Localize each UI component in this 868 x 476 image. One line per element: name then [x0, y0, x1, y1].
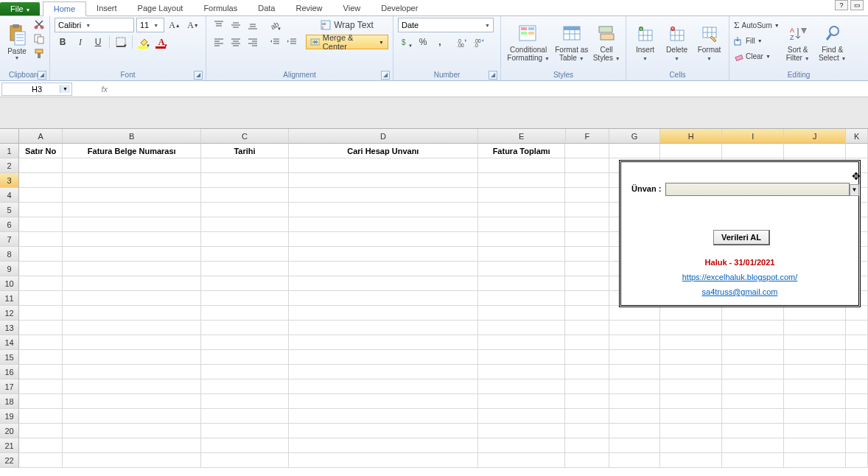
cell-G18[interactable]: [609, 394, 660, 409]
row-header-21[interactable]: 21: [0, 438, 19, 453]
cell-F22[interactable]: [565, 453, 609, 468]
cell-D20[interactable]: [289, 424, 478, 438]
cell-F4[interactable]: [565, 188, 609, 203]
cell-F19[interactable]: [565, 409, 609, 424]
cell-I21[interactable]: [722, 438, 784, 453]
cell-E19[interactable]: [478, 409, 566, 424]
bold-button[interactable]: B: [55, 35, 71, 49]
cell-C14[interactable]: [201, 335, 289, 350]
cell-F20[interactable]: [565, 424, 609, 438]
cell-A14[interactable]: [19, 335, 63, 350]
cell-F2[interactable]: [565, 158, 609, 173]
row-header-6[interactable]: 6: [0, 217, 19, 232]
cell-C10[interactable]: [201, 276, 289, 291]
cell-E10[interactable]: [478, 276, 566, 291]
cell-B10[interactable]: [63, 276, 201, 291]
column-header-F[interactable]: F: [566, 129, 609, 144]
cell-H1[interactable]: [660, 144, 722, 158]
italic-button[interactable]: I: [72, 35, 88, 49]
tab-developer[interactable]: Developer: [371, 1, 428, 15]
conditional-formatting-button[interactable]: Conditional Formatting ▼: [505, 18, 551, 66]
cell-B4[interactable]: [63, 188, 201, 203]
cell-G22[interactable]: [609, 453, 660, 468]
cell-J15[interactable]: [784, 350, 846, 365]
row-header-14[interactable]: 14: [0, 335, 19, 350]
cell-C19[interactable]: [201, 409, 289, 424]
cell-C15[interactable]: [201, 350, 289, 365]
cell-A15[interactable]: [19, 350, 63, 365]
cell-A10[interactable]: [19, 276, 63, 291]
cell-C3[interactable]: [201, 173, 289, 188]
chevron-down-icon[interactable]: ▼: [60, 85, 70, 93]
cell-F10[interactable]: [565, 276, 609, 291]
column-header-H[interactable]: H: [660, 129, 722, 144]
cell-G1[interactable]: [609, 144, 660, 158]
tab-review[interactable]: Review: [285, 1, 332, 15]
cell-G19[interactable]: [609, 409, 660, 424]
font-color-button[interactable]: A▼: [153, 35, 169, 49]
cell-B5[interactable]: [63, 203, 201, 217]
cell-K21[interactable]: [846, 438, 868, 453]
tab-file[interactable]: File▾: [0, 2, 40, 15]
cell-A16[interactable]: [19, 365, 63, 379]
cell-A7[interactable]: [19, 232, 63, 247]
cell-E21[interactable]: [478, 438, 566, 453]
cell-I22[interactable]: [722, 453, 784, 468]
cell-D13[interactable]: [289, 321, 478, 335]
row-header-11[interactable]: 11: [0, 291, 19, 306]
cell-J19[interactable]: [784, 409, 846, 424]
cell-F14[interactable]: [565, 335, 609, 350]
cell-E12[interactable]: [478, 306, 566, 321]
email-link[interactable]: sa4truss@gmail.com: [621, 287, 858, 296]
cell-B12[interactable]: [63, 306, 201, 321]
autosum-button[interactable]: ΣAutoSum▼: [734, 18, 780, 32]
cell-D1[interactable]: Cari Hesap Unvanı: [289, 144, 478, 158]
cell-F21[interactable]: [565, 438, 609, 453]
cell-D14[interactable]: [289, 335, 478, 350]
row-header-3[interactable]: 3: [0, 173, 19, 188]
cell-C12[interactable]: [201, 306, 289, 321]
cell-H21[interactable]: [660, 438, 722, 453]
increase-indent-button[interactable]: [284, 35, 300, 49]
cell-C13[interactable]: [201, 321, 289, 335]
cell-A11[interactable]: [19, 291, 63, 306]
cell-E7[interactable]: [478, 232, 566, 247]
cell-G15[interactable]: [609, 350, 660, 365]
cell-C2[interactable]: [201, 158, 289, 173]
tab-data[interactable]: Data: [248, 1, 285, 15]
cell-B7[interactable]: [63, 232, 201, 247]
cell-C18[interactable]: [201, 394, 289, 409]
cell-G21[interactable]: [609, 438, 660, 453]
cell-B14[interactable]: [63, 335, 201, 350]
cell-D2[interactable]: [289, 158, 478, 173]
cell-A5[interactable]: [19, 203, 63, 217]
cell-K19[interactable]: [846, 409, 868, 424]
cell-C5[interactable]: [201, 203, 289, 217]
cell-D10[interactable]: [289, 276, 478, 291]
cell-K12[interactable]: [846, 306, 868, 321]
cell-H22[interactable]: [660, 453, 722, 468]
cell-D11[interactable]: [289, 291, 478, 306]
cell-E9[interactable]: [478, 262, 566, 276]
cell-B2[interactable]: [63, 158, 201, 173]
dialog-launcher-icon[interactable]: ◢: [381, 71, 390, 80]
decrease-indent-button[interactable]: [267, 35, 283, 49]
cell-E5[interactable]: [478, 203, 566, 217]
column-header-K[interactable]: K: [846, 129, 868, 144]
cell-F9[interactable]: [565, 262, 609, 276]
cell-H19[interactable]: [660, 409, 722, 424]
cell-B3[interactable]: [63, 173, 201, 188]
cell-F11[interactable]: [565, 291, 609, 306]
cell-K13[interactable]: [846, 321, 868, 335]
row-header-8[interactable]: 8: [0, 247, 19, 262]
cell-F3[interactable]: [565, 173, 609, 188]
cell-B11[interactable]: [63, 291, 201, 306]
cell-J20[interactable]: [784, 424, 846, 438]
cell-K18[interactable]: [846, 394, 868, 409]
select-all-corner[interactable]: [0, 129, 19, 144]
chevron-down-icon[interactable]: ▼: [850, 184, 859, 196]
cell-J12[interactable]: [784, 306, 846, 321]
tab-formulas[interactable]: Formulas: [193, 1, 248, 15]
cell-E17[interactable]: [478, 379, 566, 394]
cell-H15[interactable]: [660, 350, 722, 365]
